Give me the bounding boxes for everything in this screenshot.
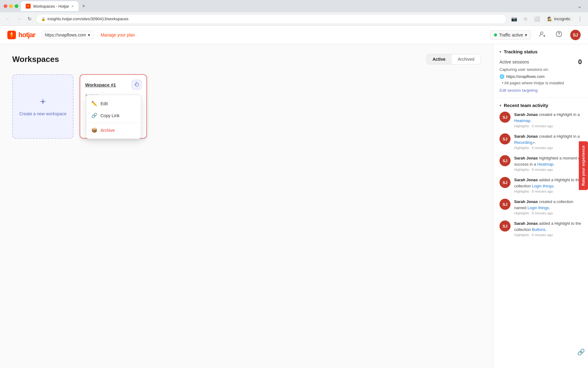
camera-icon-btn[interactable]: 📷 — [509, 15, 519, 23]
activity-chevron-icon: ▾ — [499, 103, 501, 108]
dropdown-archive-item[interactable]: 📦 Archive — [86, 124, 141, 136]
address-bar[interactable]: 🔒 insights.hotjar.com/sites/3090413/work… — [36, 14, 507, 24]
help-icon — [556, 31, 562, 37]
workspace-card[interactable]: Workspace #1 ✏️ Edit — [80, 74, 147, 139]
add-user-btn[interactable] — [537, 29, 548, 41]
incognito-badge: 🕵️ Incognito — [544, 16, 573, 22]
activity-meta: Highlights · 8 minutes ago — [514, 211, 582, 215]
activity-list: SJSarah Jonas created a Highlight in a H… — [499, 112, 582, 237]
activity-meta: Highlights · 8 minutes ago — [514, 190, 582, 193]
activity-text-block: Sarah Jonas created a collection named L… — [514, 199, 582, 215]
browser-more-btn[interactable]: ⋮ — [576, 15, 584, 23]
filter-buttons: Active Archived — [426, 54, 481, 64]
activity-link[interactable]: Recording — [514, 140, 532, 145]
dropdown-copy-link-item[interactable]: 🔗 Copy Link — [86, 109, 141, 121]
site-selector[interactable]: https://snapflows.com ▾ — [41, 31, 93, 39]
workspace-name[interactable]: Workspace #1 — [85, 82, 116, 87]
address-text: insights.hotjar.com/sites/3090413/worksp… — [47, 17, 502, 21]
sidebar-btn[interactable]: ⬜ — [532, 15, 542, 23]
activity-link[interactable]: Heatmap — [514, 118, 530, 123]
tracking-chevron-icon: ▾ — [499, 50, 501, 54]
hotjar-logo: hotjar — [7, 31, 35, 39]
filter-archived-btn[interactable]: Archived — [452, 54, 481, 64]
activity-avatar: SJ — [499, 133, 511, 144]
help-btn[interactable] — [554, 29, 564, 41]
bookmark-btn[interactable]: ☆ — [522, 15, 530, 23]
active-sessions-value: 0 — [578, 58, 582, 66]
browser-nav: ← → ↻ 🔒 insights.hotjar.com/sites/309041… — [0, 12, 588, 26]
page-title: Workspaces — [12, 55, 59, 64]
activity-avatar: SJ — [499, 220, 511, 232]
archive-icon: 📦 — [91, 127, 97, 133]
activity-text-block: Sarah Jonas highlighted a moment of succ… — [514, 155, 582, 171]
activity-item: SJSarah Jonas added a Highlight to the c… — [499, 220, 582, 237]
activity-link[interactable]: Buttons — [532, 227, 545, 232]
activity-meta: Highlights · 9 minutes ago — [514, 233, 582, 237]
activity-section-header[interactable]: ▾ Recent team activity — [499, 103, 582, 108]
browser-chrome: Workspaces - Hotjar × + ⌄ ← → ↻ 🔒 insigh… — [0, 0, 588, 26]
browser-menu-btn[interactable]: ⌄ — [575, 2, 584, 11]
refresh-btn[interactable]: ↻ — [26, 15, 33, 23]
add-user-icon — [539, 31, 546, 37]
activity-avatar: SJ — [499, 199, 511, 210]
lock-icon: 🔒 — [41, 17, 46, 21]
dropdown-edit-item[interactable]: ✏️ Edit — [86, 98, 141, 109]
edit-targeting-link[interactable]: Edit session targeting — [499, 88, 537, 93]
capturing-url-text: https://snapflows.com — [506, 74, 545, 79]
tab-close-btn[interactable]: × — [72, 4, 74, 8]
link-icon-bottom[interactable]: 🔗 — [577, 348, 585, 356]
back-btn[interactable]: ← — [4, 15, 12, 23]
activity-avatar: SJ — [499, 155, 511, 166]
incognito-label: Incognito — [554, 17, 570, 21]
activity-text: Sarah Jonas created a collection named L… — [514, 199, 582, 211]
tracking-section-header[interactable]: ▾ Tracking status — [499, 49, 582, 54]
dropdown-copy-link-label: Copy Link — [100, 113, 119, 118]
activity-item: SJSarah Jonas added a Highlight to the c… — [499, 177, 582, 193]
site-url: https://snapflows.com — [45, 33, 86, 37]
activity-text: Sarah Jonas created a Highlight in a Hea… — [514, 112, 582, 124]
activity-link[interactable]: Heatmap — [537, 162, 553, 167]
activity-item: SJSarah Jonas created a Highlight in a R… — [499, 133, 582, 150]
activity-text: Sarah Jonas added a Highlight to the col… — [514, 177, 582, 189]
traffic-status[interactable]: Traffic active ▾ — [490, 30, 531, 40]
minimize-dot[interactable] — [9, 4, 13, 8]
forward-btn[interactable]: → — [15, 15, 23, 23]
activity-link[interactable]: Login things — [527, 205, 549, 210]
close-dot[interactable] — [4, 4, 7, 8]
rate-experience-btn[interactable]: Rate your experience — [579, 141, 588, 190]
new-workspace-card[interactable]: + Create a new workspace — [12, 74, 74, 139]
app-header: hotjar https://snapflows.com ▾ Manage yo… — [0, 26, 588, 44]
filter-active-btn[interactable]: Active — [427, 54, 452, 64]
workspace-menu-btn[interactable]: ✏️ Edit 🔗 Copy Link 📦 A — [132, 80, 141, 90]
user-avatar[interactable]: SJ — [570, 30, 581, 40]
tracking-section-title: Tracking status — [504, 49, 537, 54]
svg-point-3 — [559, 35, 559, 36]
active-tab[interactable]: Workspaces - Hotjar × — [21, 1, 78, 11]
traffic-active-dot — [494, 33, 497, 36]
browser-titlebar: Workspaces - Hotjar × + ⌄ — [0, 0, 588, 12]
activity-text: Sarah Jonas highlighted a moment of succ… — [514, 155, 582, 167]
activity-item: SJSarah Jonas created a collection named… — [499, 199, 582, 215]
recent-activity-section: ▾ Recent team activity SJSarah Jonas cre… — [493, 98, 588, 247]
activity-text-block: Sarah Jonas added a Highlight to the col… — [514, 220, 582, 237]
activity-meta: Highlights · 8 minutes ago — [514, 168, 582, 171]
nav-actions: 📷 ☆ ⬜ 🕵️ Incognito ⋮ — [509, 15, 584, 23]
maximize-dot[interactable] — [15, 4, 18, 8]
plus-icon: + — [40, 96, 46, 107]
activity-text: Sarah Jonas created a Highlight in a Rec… — [514, 133, 582, 145]
browser-dots — [4, 4, 18, 8]
dropdown-edit-label: Edit — [100, 101, 108, 106]
tracking-status-section: ▾ Tracking status Active sessions 0 Capt… — [493, 44, 588, 98]
app-wrapper: hotjar https://snapflows.com ▾ Manage yo… — [0, 26, 588, 368]
new-tab-btn[interactable]: + — [80, 3, 88, 10]
dropdown-archive-label: Archive — [100, 128, 115, 133]
main-content: Workspaces Active Archived + Create a ne… — [0, 44, 493, 368]
activity-text: Sarah Jonas added a Highlight to the col… — [514, 220, 582, 232]
manage-plan-link[interactable]: Manage your plan — [101, 33, 135, 37]
browser-tabs: Workspaces - Hotjar × + — [21, 1, 572, 11]
activity-link[interactable]: Login things — [532, 184, 553, 188]
activity-text-block: Sarah Jonas created a Highlight in a Hea… — [514, 112, 582, 128]
workspace-grid: + Create a new workspace Workspace #1 — [12, 74, 481, 139]
new-workspace-label: Create a new workspace — [19, 111, 66, 117]
traffic-active-label: Traffic active — [499, 33, 523, 37]
